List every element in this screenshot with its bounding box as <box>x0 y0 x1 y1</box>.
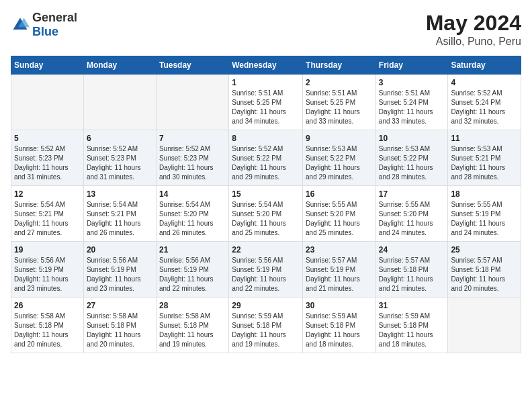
calendar-day-cell: 27Sunrise: 5:58 AMSunset: 5:18 PMDayligh… <box>83 298 156 353</box>
calendar-day-cell: 29Sunrise: 5:59 AMSunset: 5:18 PMDayligh… <box>229 298 303 353</box>
day-number: 24 <box>379 245 445 255</box>
day-info: Sunrise: 5:53 AMSunset: 5:21 PMDaylight:… <box>451 144 518 182</box>
day-info: Sunrise: 5:54 AMSunset: 5:21 PMDaylight:… <box>14 200 81 238</box>
day-info: Sunrise: 5:56 AMSunset: 5:19 PMDaylight:… <box>232 256 300 293</box>
calendar-week-row: 5Sunrise: 5:52 AMSunset: 5:23 PMDaylight… <box>11 130 521 186</box>
day-number: 30 <box>306 301 373 310</box>
calendar-day-cell: 18Sunrise: 5:55 AMSunset: 5:19 PMDayligh… <box>448 186 521 242</box>
calendar-day-cell: 13Sunrise: 5:54 AMSunset: 5:21 PMDayligh… <box>83 186 156 242</box>
calendar-title: May 2024 <box>426 11 521 36</box>
page-header: General Blue May 2024 Asillo, Puno, Peru <box>11 11 521 48</box>
day-number: 4 <box>451 78 518 87</box>
day-number: 11 <box>451 134 518 143</box>
day-info: Sunrise: 5:59 AMSunset: 5:18 PMDaylight:… <box>232 312 300 349</box>
day-info: Sunrise: 5:55 AMSunset: 5:19 PMDaylight:… <box>451 200 518 238</box>
day-number: 17 <box>379 189 445 199</box>
day-info: Sunrise: 5:58 AMSunset: 5:18 PMDaylight:… <box>14 312 81 349</box>
day-number: 12 <box>14 189 81 199</box>
day-info: Sunrise: 5:54 AMSunset: 5:20 PMDaylight:… <box>232 200 300 238</box>
calendar-day-cell: 17Sunrise: 5:55 AMSunset: 5:20 PMDayligh… <box>375 186 448 242</box>
calendar-day-cell: 16Sunrise: 5:55 AMSunset: 5:20 PMDayligh… <box>303 186 376 242</box>
calendar-day-cell <box>156 75 228 130</box>
day-number: 2 <box>306 78 373 87</box>
calendar-week-row: 12Sunrise: 5:54 AMSunset: 5:21 PMDayligh… <box>11 186 521 242</box>
calendar-day-cell: 4Sunrise: 5:52 AMSunset: 5:24 PMDaylight… <box>448 75 521 130</box>
day-number: 22 <box>232 245 300 255</box>
calendar-week-row: 26Sunrise: 5:58 AMSunset: 5:18 PMDayligh… <box>11 298 521 353</box>
logo: General Blue <box>11 11 77 39</box>
day-info: Sunrise: 5:59 AMSunset: 5:18 PMDaylight:… <box>306 312 373 349</box>
logo-blue-text: Blue <box>32 25 77 39</box>
calendar-week-row: 1Sunrise: 5:51 AMSunset: 5:25 PMDaylight… <box>11 75 521 130</box>
calendar-header: SundayMondayTuesdayWednesdayThursdayFrid… <box>11 56 521 75</box>
calendar-day-cell: 6Sunrise: 5:52 AMSunset: 5:23 PMDaylight… <box>83 130 156 186</box>
logo-general-text: General <box>32 11 77 25</box>
calendar-day-cell: 2Sunrise: 5:51 AMSunset: 5:25 PMDaylight… <box>303 75 376 130</box>
weekday-header-friday: Friday <box>375 56 448 75</box>
calendar-day-cell <box>11 75 84 130</box>
calendar-subtitle: Asillo, Puno, Peru <box>426 36 521 48</box>
weekday-header-wednesday: Wednesday <box>229 56 303 75</box>
day-info: Sunrise: 5:52 AMSunset: 5:22 PMDaylight:… <box>232 144 300 182</box>
calendar-day-cell: 20Sunrise: 5:56 AMSunset: 5:19 PMDayligh… <box>83 242 156 298</box>
day-number: 31 <box>379 301 445 310</box>
weekday-header-row: SundayMondayTuesdayWednesdayThursdayFrid… <box>11 56 521 75</box>
day-number: 15 <box>232 189 300 199</box>
day-info: Sunrise: 5:56 AMSunset: 5:19 PMDaylight:… <box>14 256 81 293</box>
day-info: Sunrise: 5:55 AMSunset: 5:20 PMDaylight:… <box>306 200 373 238</box>
day-info: Sunrise: 5:51 AMSunset: 5:25 PMDaylight:… <box>232 89 300 126</box>
calendar-day-cell: 28Sunrise: 5:58 AMSunset: 5:18 PMDayligh… <box>156 298 228 353</box>
day-info: Sunrise: 5:56 AMSunset: 5:19 PMDaylight:… <box>159 256 226 293</box>
day-number: 13 <box>87 189 153 199</box>
calendar-day-cell: 8Sunrise: 5:52 AMSunset: 5:22 PMDaylight… <box>229 130 303 186</box>
weekday-header-saturday: Saturday <box>448 56 521 75</box>
weekday-header-monday: Monday <box>83 56 156 75</box>
calendar-day-cell: 23Sunrise: 5:57 AMSunset: 5:19 PMDayligh… <box>303 242 376 298</box>
calendar-week-row: 19Sunrise: 5:56 AMSunset: 5:19 PMDayligh… <box>11 242 521 298</box>
day-info: Sunrise: 5:52 AMSunset: 5:23 PMDaylight:… <box>14 144 81 182</box>
day-number: 8 <box>232 134 300 143</box>
calendar-day-cell: 30Sunrise: 5:59 AMSunset: 5:18 PMDayligh… <box>303 298 376 353</box>
day-number: 28 <box>159 301 226 310</box>
day-number: 9 <box>306 134 373 143</box>
calendar-day-cell: 24Sunrise: 5:57 AMSunset: 5:18 PMDayligh… <box>375 242 448 298</box>
calendar-day-cell: 5Sunrise: 5:52 AMSunset: 5:23 PMDaylight… <box>11 130 84 186</box>
weekday-header-sunday: Sunday <box>11 56 84 75</box>
calendar-day-cell: 22Sunrise: 5:56 AMSunset: 5:19 PMDayligh… <box>229 242 303 298</box>
day-number: 25 <box>451 245 518 255</box>
day-number: 27 <box>87 301 153 310</box>
calendar-day-cell: 9Sunrise: 5:53 AMSunset: 5:22 PMDaylight… <box>303 130 376 186</box>
day-number: 16 <box>306 189 373 199</box>
day-info: Sunrise: 5:57 AMSunset: 5:19 PMDaylight:… <box>306 256 373 293</box>
day-number: 29 <box>232 301 300 310</box>
calendar-day-cell: 3Sunrise: 5:51 AMSunset: 5:24 PMDaylight… <box>375 75 448 130</box>
calendar-day-cell <box>83 75 156 130</box>
calendar-day-cell: 15Sunrise: 5:54 AMSunset: 5:20 PMDayligh… <box>229 186 303 242</box>
day-number: 6 <box>87 134 153 143</box>
day-info: Sunrise: 5:52 AMSunset: 5:24 PMDaylight:… <box>451 89 518 126</box>
calendar-day-cell: 21Sunrise: 5:56 AMSunset: 5:19 PMDayligh… <box>156 242 228 298</box>
calendar-body: 1Sunrise: 5:51 AMSunset: 5:25 PMDaylight… <box>11 75 521 353</box>
day-info: Sunrise: 5:52 AMSunset: 5:23 PMDaylight:… <box>159 144 226 182</box>
day-info: Sunrise: 5:56 AMSunset: 5:19 PMDaylight:… <box>87 256 153 293</box>
calendar-day-cell: 14Sunrise: 5:54 AMSunset: 5:20 PMDayligh… <box>156 186 228 242</box>
day-info: Sunrise: 5:57 AMSunset: 5:18 PMDaylight:… <box>379 256 445 293</box>
calendar-day-cell: 7Sunrise: 5:52 AMSunset: 5:23 PMDaylight… <box>156 130 228 186</box>
day-info: Sunrise: 5:51 AMSunset: 5:25 PMDaylight:… <box>306 89 373 126</box>
weekday-header-tuesday: Tuesday <box>156 56 228 75</box>
day-info: Sunrise: 5:53 AMSunset: 5:22 PMDaylight:… <box>379 144 445 182</box>
day-info: Sunrise: 5:54 AMSunset: 5:20 PMDaylight:… <box>159 200 226 238</box>
day-number: 10 <box>379 134 445 143</box>
day-number: 7 <box>159 134 226 143</box>
day-info: Sunrise: 5:51 AMSunset: 5:24 PMDaylight:… <box>379 89 445 126</box>
day-number: 14 <box>159 189 226 199</box>
day-number: 18 <box>451 189 518 199</box>
day-info: Sunrise: 5:53 AMSunset: 5:22 PMDaylight:… <box>306 144 373 182</box>
day-number: 23 <box>306 245 373 255</box>
calendar-day-cell: 19Sunrise: 5:56 AMSunset: 5:19 PMDayligh… <box>11 242 84 298</box>
day-info: Sunrise: 5:57 AMSunset: 5:18 PMDaylight:… <box>451 256 518 293</box>
day-number: 21 <box>159 245 226 255</box>
day-number: 20 <box>87 245 153 255</box>
calendar-day-cell: 25Sunrise: 5:57 AMSunset: 5:18 PMDayligh… <box>448 242 521 298</box>
calendar-day-cell <box>448 298 521 353</box>
